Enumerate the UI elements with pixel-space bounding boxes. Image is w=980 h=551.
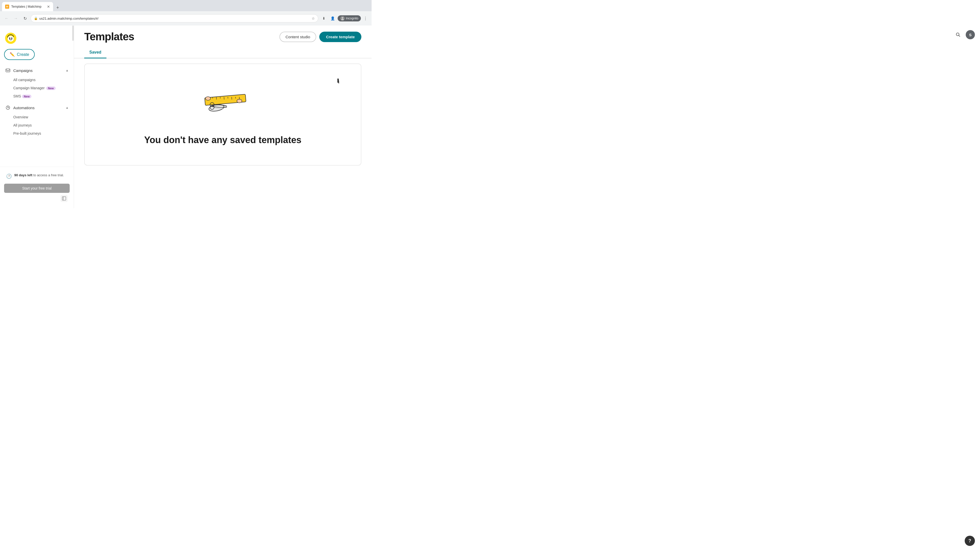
sidebar-item-campaigns[interactable]: Campaigns ▲ — [0, 65, 74, 76]
campaigns-chevron-icon: ▲ — [65, 68, 68, 72]
svg-rect-13 — [62, 197, 66, 200]
toolbar-actions: ⬇ 👤 Incognito ⋮ — [320, 15, 369, 22]
automations-icon — [5, 105, 11, 110]
sidebar-item-sms[interactable]: SMSNew — [0, 92, 74, 100]
incognito-label: Incognito — [346, 17, 358, 20]
create-button-label: Create — [17, 52, 29, 57]
reload-button[interactable]: ↻ — [21, 15, 29, 22]
forward-button[interactable]: → — [12, 15, 19, 22]
browser-toolbar: ← → ↻ 🔒 us21.admin.mailchimp.com/templat… — [0, 11, 372, 25]
url-text: us21.admin.mailchimp.com/templates/#/ — [39, 17, 310, 21]
back-button[interactable]: ← — [3, 15, 10, 22]
campaigns-icon — [5, 68, 11, 73]
svg-point-2 — [342, 17, 343, 19]
incognito-avatar — [340, 16, 345, 21]
header-wrapper: Templates Content studio Create template — [74, 25, 372, 47]
new-tab-button[interactable]: + — [54, 4, 61, 11]
sidebar-item-campaign-manager[interactable]: Campaign ManagerNew — [0, 84, 74, 92]
campaign-manager-badge: New — [46, 86, 56, 90]
main-content: Templates Content studio Create template… — [74, 25, 372, 208]
sidebar-toggle-area — [4, 193, 70, 204]
clock-icon: 🕐 — [6, 173, 12, 179]
profile-icon[interactable]: 👤 — [329, 15, 336, 22]
app-layout: ✏️ Create Campaigns ▲ All campaigns — [0, 25, 372, 208]
trial-notice: 🕐 90 days left to access a free trial. — [4, 171, 70, 181]
content-studio-button[interactable]: Content studio — [280, 32, 317, 42]
svg-point-3 — [341, 19, 344, 20]
svg-point-9 — [11, 38, 12, 39]
sidebar-scrollbar[interactable] — [72, 25, 74, 208]
sidebar-logo-area — [0, 30, 74, 45]
mailchimp-logo — [5, 33, 16, 44]
svg-point-8 — [10, 38, 10, 39]
svg-point-5 — [8, 36, 14, 41]
sidebar-item-all-journeys[interactable]: All journeys — [0, 121, 74, 129]
svg-line-25 — [235, 97, 236, 98]
tab-favicon: M — [5, 5, 9, 9]
active-tab[interactable]: M Templates | Mailchimp ✕ — [2, 2, 53, 11]
campaigns-label: Campaigns — [13, 68, 63, 73]
empty-state-text: You don't have any saved templates — [144, 135, 301, 145]
no-templates-illustration — [189, 86, 256, 122]
create-button[interactable]: ✏️ Create — [4, 49, 35, 60]
sidebar-item-automations[interactable]: Automations ▲ — [0, 102, 74, 113]
empty-state-container: You don't have any saved templates — [84, 64, 361, 165]
svg-line-21 — [220, 97, 221, 98]
svg-line-20 — [216, 97, 217, 100]
svg-point-31 — [237, 99, 242, 103]
svg-point-30 — [205, 97, 210, 100]
campaigns-section: Campaigns ▲ All campaigns Campaign Manag… — [0, 64, 74, 101]
sidebar-collapse-button[interactable] — [60, 195, 68, 202]
sidebar-item-prebuilt-journeys[interactable]: Pre-built journeys — [0, 129, 74, 138]
sms-badge: New — [22, 95, 32, 98]
pencil-icon: ✏️ — [10, 52, 15, 57]
svg-point-12 — [8, 107, 8, 108]
svg-line-22 — [224, 97, 224, 100]
incognito-button[interactable]: Incognito — [338, 15, 361, 21]
start-trial-button[interactable]: Start your free trial — [4, 184, 70, 193]
automations-chevron-icon: ▲ — [65, 106, 68, 110]
tabs-bar: Saved — [74, 47, 372, 59]
sidebar-scroll-area: ✏️ Create Campaigns ▲ All campaigns — [0, 25, 74, 167]
browser-menu-button[interactable]: ⋮ — [363, 15, 369, 22]
browser-chrome: M Templates | Mailchimp ✕ + ← → ↻ 🔒 us21… — [0, 0, 372, 25]
tab-saved[interactable]: Saved — [84, 47, 107, 59]
automations-section: Automations ▲ Overview All journeys Pre-… — [0, 101, 74, 138]
trial-text: 90 days left to access a free trial. — [14, 173, 64, 178]
header-actions: Content studio Create template — [280, 32, 361, 42]
sidebar-item-overview[interactable]: Overview — [0, 113, 74, 121]
tabs-list: Saved — [84, 47, 361, 58]
svg-text:M: M — [6, 5, 8, 8]
svg-rect-10 — [6, 69, 10, 72]
page-title: Templates — [84, 30, 134, 43]
browser-tab-bar: M Templates | Mailchimp ✕ + — [0, 0, 372, 11]
sidebar: ✏️ Create Campaigns ▲ All campaigns — [0, 25, 74, 208]
download-icon[interactable]: ⬇ — [320, 15, 328, 22]
main-header: Templates Content studio Create template — [74, 25, 372, 47]
main-body: You don't have any saved templates — [74, 59, 372, 208]
automations-label: Automations — [13, 106, 63, 110]
empty-illustration — [189, 84, 256, 124]
tab-title: Templates | Mailchimp — [11, 5, 45, 8]
svg-line-23 — [228, 97, 228, 98]
create-template-button[interactable]: Create template — [319, 32, 361, 42]
sidebar-item-all-campaigns[interactable]: All campaigns — [0, 76, 74, 84]
svg-line-24 — [232, 97, 232, 100]
lock-icon: 🔒 — [34, 17, 38, 20]
bookmark-icon: ☆ — [312, 16, 315, 21]
sidebar-scrollbar-thumb — [72, 25, 74, 41]
sidebar-footer: 🕐 90 days left to access a free trial. S… — [0, 167, 74, 208]
tab-close-button[interactable]: ✕ — [47, 5, 50, 9]
address-bar[interactable]: 🔒 us21.admin.mailchimp.com/templates/#/ … — [30, 14, 318, 22]
trial-days: 90 days left — [14, 173, 32, 177]
